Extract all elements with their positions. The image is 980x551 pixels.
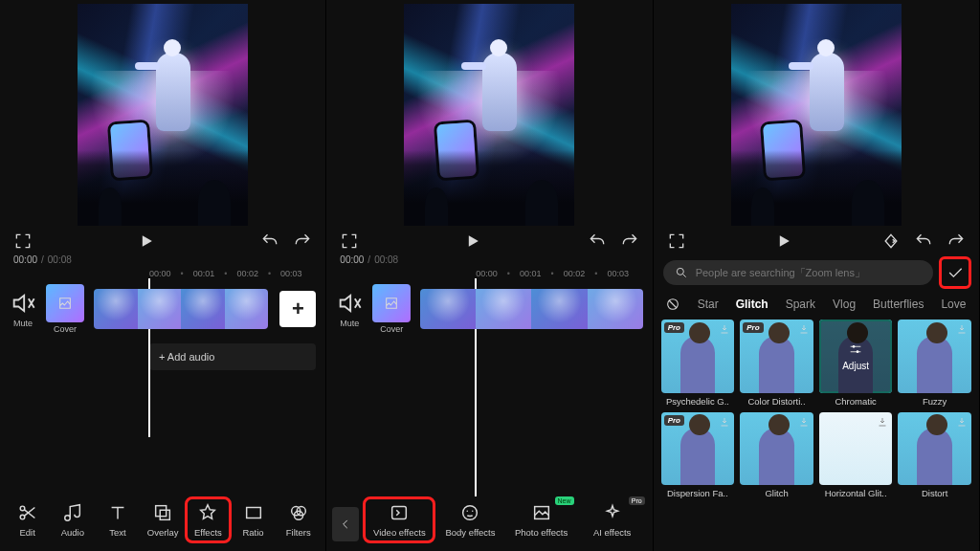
nav-text[interactable]: Text bbox=[96, 498, 139, 541]
redo-icon[interactable] bbox=[293, 231, 312, 251]
face-icon bbox=[459, 502, 480, 523]
play-icon[interactable] bbox=[774, 231, 793, 251]
video-preview[interactable] bbox=[78, 4, 248, 226]
fullscreen-icon[interactable] bbox=[667, 231, 686, 251]
video-preview[interactable] bbox=[404, 4, 574, 226]
fx-chromatic[interactable]: Adjust Chromatic bbox=[819, 320, 893, 407]
nav-effects[interactable]: Effects bbox=[187, 498, 230, 541]
pane-effect-picker: Star Glitch Spark Vlog Butterflies Love … bbox=[654, 0, 980, 551]
svg-point-10 bbox=[467, 510, 468, 511]
scissors-icon bbox=[17, 502, 38, 523]
mute-button[interactable]: Mute bbox=[336, 290, 363, 328]
search-input[interactable] bbox=[696, 267, 922, 278]
effect-categories[interactable]: Star Glitch Spark Vlog Butterflies Love bbox=[654, 293, 979, 320]
check-icon bbox=[946, 263, 965, 282]
timeline-ruler: 00:00•00:01•00:02•00:03 bbox=[0, 269, 325, 278]
nav-photo-effects[interactable]: New Photo effects bbox=[506, 498, 575, 541]
nav-body-effects[interactable]: Body effects bbox=[435, 498, 504, 541]
ratio-icon bbox=[243, 502, 264, 523]
pane-effects-submenu: 00:00/00:08 00:00•00:01•00:02•00:03 Mute… bbox=[326, 0, 653, 551]
fx-fuzzy[interactable]: Fuzzy bbox=[898, 320, 971, 407]
svg-point-9 bbox=[463, 506, 478, 520]
mute-label: Mute bbox=[13, 319, 33, 328]
new-badge: New bbox=[555, 496, 574, 505]
search-row bbox=[654, 253, 979, 293]
photo-icon bbox=[531, 502, 552, 523]
fx-dispersion[interactable]: Pro Dispersion Fa.. bbox=[661, 412, 735, 499]
svg-point-0 bbox=[20, 506, 25, 511]
cat-love[interactable]: Love bbox=[941, 298, 966, 311]
video-preview[interactable] bbox=[731, 4, 902, 226]
fx-glitch[interactable]: Glitch bbox=[740, 412, 813, 499]
cover-label: Cover bbox=[54, 324, 77, 334]
timeline[interactable]: Mute Cover + + Add audio bbox=[0, 278, 325, 370]
play-icon[interactable] bbox=[137, 231, 156, 251]
svg-point-16 bbox=[857, 350, 859, 353]
transport-bar bbox=[0, 228, 325, 253]
sparkle-icon bbox=[602, 502, 623, 523]
adjust-overlay[interactable]: Adjust bbox=[819, 320, 893, 393]
play-icon[interactable] bbox=[463, 231, 482, 251]
nav-video-effects[interactable]: Video effects bbox=[365, 498, 434, 541]
video-clip[interactable] bbox=[420, 289, 642, 329]
cat-spark[interactable]: Spark bbox=[786, 298, 815, 311]
sliders-icon bbox=[848, 342, 863, 357]
keyframe-icon[interactable] bbox=[881, 231, 901, 251]
redo-icon[interactable] bbox=[620, 231, 639, 251]
fullscreen-icon[interactable] bbox=[13, 231, 33, 251]
svg-point-13 bbox=[677, 268, 683, 275]
undo-icon[interactable] bbox=[260, 231, 279, 251]
svg-rect-3 bbox=[160, 510, 169, 519]
no-effect-icon[interactable] bbox=[665, 297, 680, 312]
fx-psychedelic[interactable]: Pro Psychedelic G.. bbox=[661, 320, 735, 407]
nav-audio[interactable]: Audio bbox=[51, 498, 94, 541]
nav-ratio[interactable]: Ratio bbox=[232, 498, 275, 541]
svg-point-11 bbox=[472, 510, 473, 511]
undo-icon[interactable] bbox=[914, 231, 933, 251]
effects-grid: Pro Psychedelic G.. Pro Color Distorti..… bbox=[654, 320, 979, 506]
pane-editor-main: 00:00 / 00:08 00:00•00:01•00:02•00:03 Mu… bbox=[0, 0, 326, 551]
add-audio-button[interactable]: + Add audio bbox=[149, 343, 316, 370]
video-effects-icon bbox=[389, 502, 410, 523]
svg-rect-2 bbox=[156, 506, 167, 517]
nav-filters[interactable]: Filters bbox=[277, 498, 320, 541]
search-box[interactable] bbox=[663, 260, 933, 285]
cat-butterflies[interactable]: Butterflies bbox=[873, 298, 924, 311]
overlay-icon bbox=[152, 502, 173, 523]
cover-button[interactable]: Cover bbox=[372, 284, 411, 334]
star-icon bbox=[197, 502, 218, 523]
cat-star[interactable]: Star bbox=[698, 298, 719, 311]
bottom-nav-main: Edit Audio Text Overlay Effects Ratio Fi… bbox=[0, 491, 325, 551]
fx-horizontal-glitch[interactable]: Horizontal Glit.. bbox=[819, 412, 893, 499]
cat-vlog[interactable]: Vlog bbox=[833, 298, 856, 311]
timecode: 00:00 / 00:08 bbox=[0, 253, 325, 269]
back-button[interactable] bbox=[332, 507, 359, 541]
nav-edit[interactable]: Edit bbox=[6, 498, 49, 541]
preview-area bbox=[0, 0, 325, 228]
time-total: 00:08 bbox=[48, 254, 72, 265]
pro-badge: Pro bbox=[629, 496, 645, 505]
confirm-button[interactable] bbox=[941, 258, 969, 287]
video-clip[interactable] bbox=[94, 289, 268, 329]
add-clip-button[interactable]: + bbox=[279, 291, 316, 327]
timeline[interactable]: Mute Cover bbox=[326, 278, 652, 334]
svg-rect-4 bbox=[246, 508, 260, 518]
svg-point-15 bbox=[853, 345, 856, 348]
time-current: 00:00 bbox=[13, 254, 37, 265]
search-icon bbox=[675, 266, 688, 279]
nav-overlay[interactable]: Overlay bbox=[142, 498, 185, 541]
bottom-nav-effects: Video effects Body effects New Photo eff… bbox=[326, 491, 652, 551]
music-note-icon bbox=[62, 502, 83, 523]
filters-icon bbox=[288, 502, 309, 523]
nav-ai-effects[interactable]: Pro AI effects bbox=[578, 498, 647, 541]
mute-button[interactable]: Mute bbox=[10, 290, 36, 328]
fx-distort[interactable]: Distort bbox=[898, 412, 971, 499]
fx-color-distortion[interactable]: Pro Color Distorti.. bbox=[740, 320, 813, 407]
text-icon bbox=[107, 502, 128, 523]
cover-button[interactable]: Cover bbox=[46, 284, 84, 334]
redo-icon[interactable] bbox=[947, 231, 966, 251]
undo-icon[interactable] bbox=[588, 231, 607, 251]
cat-glitch[interactable]: Glitch bbox=[736, 298, 768, 311]
fullscreen-icon[interactable] bbox=[340, 231, 359, 251]
svg-point-1 bbox=[20, 515, 25, 519]
